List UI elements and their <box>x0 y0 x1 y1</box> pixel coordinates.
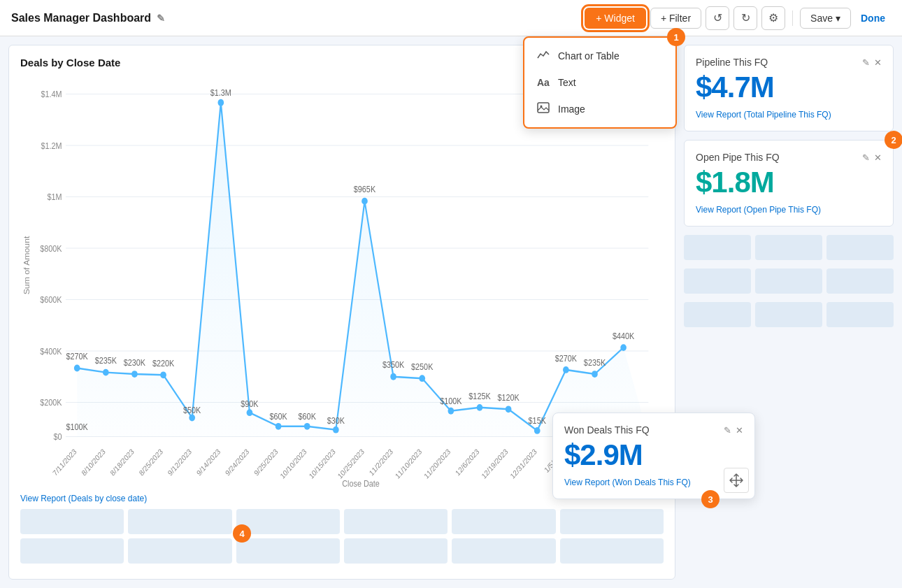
badge-3: 3 <box>701 490 720 508</box>
svg-text:$200K: $200K <box>40 399 62 408</box>
main-content: Deals by Close Date $1. <box>0 36 902 588</box>
chart-icon <box>537 49 550 63</box>
won-deals-card: Won Deals This FQ ✎ ✕ $2.9M View Report … <box>552 413 755 499</box>
svg-text:$120K: $120K <box>497 393 520 402</box>
badge-2: 2 <box>885 131 902 149</box>
svg-text:$230K: $230K <box>124 358 146 367</box>
pipeline-close-button[interactable]: ✕ <box>874 57 882 68</box>
svg-text:$270K: $270K <box>66 352 89 361</box>
svg-point-37 <box>592 371 598 378</box>
svg-point-23 <box>189 415 195 422</box>
svg-point-35 <box>534 427 541 434</box>
svg-point-36 <box>563 366 569 373</box>
svg-point-26 <box>275 423 282 430</box>
svg-text:$965K: $965K <box>354 185 376 194</box>
svg-text:$0: $0 <box>54 433 62 442</box>
open-pipe-card-actions: ✎ ✕ <box>862 152 882 163</box>
edit-title-icon[interactable]: ✎ <box>157 13 165 24</box>
save-chevron-icon: ▾ <box>836 13 840 24</box>
pipeline-card-actions: ✎ ✕ <box>862 57 882 68</box>
svg-point-34 <box>506 406 512 413</box>
won-deals-value: $2.9M <box>564 438 743 472</box>
svg-text:$1.4M: $1.4M <box>41 90 62 99</box>
svg-text:$100K: $100K <box>66 422 89 431</box>
open-pipe-view-link[interactable]: View Report (Open Pipe This FQ) <box>696 205 882 215</box>
svg-text:9/12/2023: 9/12/2023 <box>166 447 193 478</box>
svg-point-29 <box>361 198 368 205</box>
svg-point-32 <box>448 408 454 415</box>
svg-point-21 <box>131 371 138 378</box>
svg-text:9/14/2023: 9/14/2023 <box>195 447 222 478</box>
svg-point-33 <box>477 404 483 411</box>
move-drag-handle[interactable] <box>724 468 749 493</box>
svg-point-24 <box>217 99 224 106</box>
svg-text:$60K: $60K <box>299 412 317 421</box>
text-icon: Aa <box>537 77 550 88</box>
bottom-grid-placeholder <box>20 509 664 568</box>
svg-text:Sum of Amount: Sum of Amount <box>23 236 31 295</box>
open-pipe-close-button[interactable]: ✕ <box>874 152 882 163</box>
open-pipe-card-header: Open Pipe This FQ ✎ ✕ <box>696 152 882 163</box>
svg-text:$440K: $440K <box>613 331 635 340</box>
right-grid-placeholder <box>684 235 894 580</box>
svg-text:11/10/2023: 11/10/2023 <box>394 447 423 480</box>
pipeline-card-header: Pipeline This FQ ✎ ✕ <box>696 57 882 68</box>
won-deals-close-button[interactable]: ✕ <box>736 425 743 436</box>
open-pipe-value: $1.8M <box>696 166 882 199</box>
svg-text:$90K: $90K <box>241 399 259 408</box>
page-title-section: Sales Manager Dashboard ✎ <box>11 12 585 24</box>
svg-text:12/19/2023: 12/19/2023 <box>480 447 510 480</box>
svg-rect-0 <box>538 103 549 113</box>
dropdown-item-text[interactable]: Aa Text <box>524 70 675 95</box>
svg-text:$600K: $600K <box>40 296 62 305</box>
won-deals-edit-button[interactable]: ✎ <box>724 425 731 436</box>
svg-text:8/10/2023: 8/10/2023 <box>80 447 107 478</box>
separator <box>792 10 793 26</box>
pipeline-card: Pipeline This FQ ✎ ✕ $4.7M View Report (… <box>684 45 894 131</box>
settings-button[interactable]: ⚙ <box>761 6 785 30</box>
widget-button[interactable]: + Widget <box>585 8 646 29</box>
svg-point-22 <box>160 371 166 378</box>
svg-text:8/25/2023: 8/25/2023 <box>138 447 164 478</box>
svg-text:7/11/2023: 7/11/2023 <box>52 447 78 478</box>
header-actions: + Widget + Filter ↺ ↻ ⚙ Save ▾ Done <box>585 6 891 30</box>
svg-text:$125K: $125K <box>468 392 491 401</box>
header: Sales Manager Dashboard ✎ + Widget + Fil… <box>0 0 902 36</box>
svg-text:12/31/2023: 12/31/2023 <box>509 447 538 480</box>
redo-button[interactable]: ↻ <box>733 6 757 30</box>
badge-4: 4 <box>233 524 251 543</box>
pipeline-edit-button[interactable]: ✎ <box>862 57 870 68</box>
filter-button[interactable]: + Filter <box>650 8 701 29</box>
svg-text:$50K: $50K <box>183 406 201 415</box>
won-deals-header: Won Deals This FQ ✎ ✕ <box>564 424 743 436</box>
svg-text:10/10/2023: 10/10/2023 <box>279 447 308 480</box>
undo-button[interactable]: ↺ <box>706 6 729 30</box>
dropdown-item-image[interactable]: Image <box>524 95 675 123</box>
pipeline-value: $4.7M <box>696 71 882 104</box>
svg-text:$235K: $235K <box>95 357 117 366</box>
pipeline-view-link[interactable]: View Report (Total Pipeline This FQ) <box>696 110 882 120</box>
svg-text:$30K: $30K <box>327 417 345 426</box>
svg-text:$220K: $220K <box>152 359 175 368</box>
svg-text:$800K: $800K <box>40 244 62 253</box>
svg-text:$270K: $270K <box>555 354 578 363</box>
save-button[interactable]: Save ▾ <box>800 8 851 29</box>
svg-text:Close Date: Close Date <box>342 479 379 488</box>
svg-text:$350K: $350K <box>382 361 405 370</box>
done-button[interactable]: Done <box>855 8 891 28</box>
dropdown-item-chart[interactable]: Chart or Table <box>524 42 675 70</box>
svg-text:8/18/2023: 8/18/2023 <box>109 447 136 478</box>
save-label: Save <box>810 13 833 24</box>
won-deals-title: Won Deals This FQ <box>564 424 650 436</box>
won-deals-footer: View Report (Won Deals This FQ) <box>564 478 743 487</box>
won-deals-view-link[interactable]: View Report (Won Deals This FQ) <box>564 478 691 487</box>
open-pipe-edit-button[interactable]: ✎ <box>862 152 870 163</box>
svg-text:$60K: $60K <box>269 412 287 421</box>
svg-text:10/15/2023: 10/15/2023 <box>308 447 337 480</box>
svg-point-25 <box>247 409 253 416</box>
svg-text:$1.2M: $1.2M <box>41 141 62 150</box>
svg-point-27 <box>304 423 310 430</box>
svg-point-19 <box>74 365 80 372</box>
svg-point-20 <box>103 369 109 376</box>
open-pipe-card-title: Open Pipe This FQ <box>696 152 780 163</box>
